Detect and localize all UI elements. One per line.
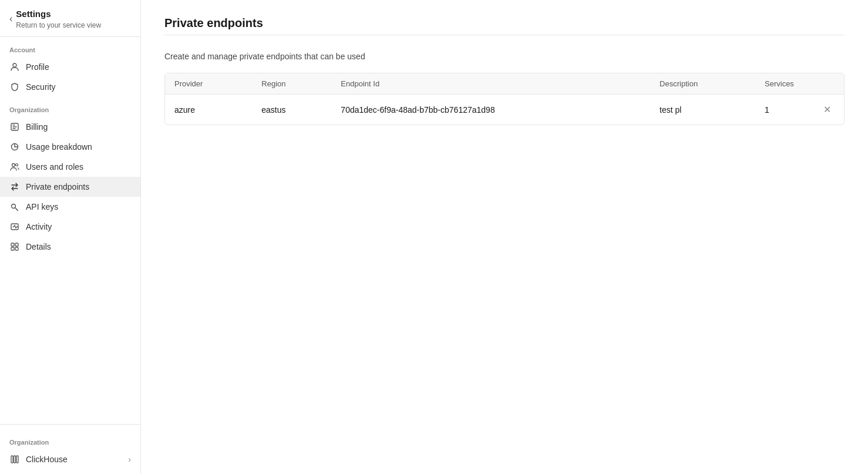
svg-rect-13 — [16, 456, 18, 463]
sidebar-item-api-keys[interactable]: API keys — [0, 197, 140, 217]
svg-point-0 — [13, 63, 16, 67]
profile-label: Profile — [26, 62, 49, 72]
settings-title: Settings — [16, 8, 101, 20]
billing-label: Billing — [26, 122, 48, 132]
sidebar-org-clickhouse[interactable]: ClickHouse › — [0, 449, 140, 469]
people-icon — [9, 162, 20, 172]
col-provider: Provider — [165, 73, 252, 95]
person-icon — [9, 62, 20, 72]
table-header-row: Provider Region Endpoint Id Description … — [165, 73, 844, 95]
private-endpoints-label: Private endpoints — [26, 182, 89, 191]
svg-rect-7 — [11, 243, 14, 246]
sidebar-item-details[interactable]: Details — [0, 237, 140, 257]
table-row: azure eastus 70da1dec-6f9a-48ad-b7bb-cb7… — [165, 95, 844, 125]
cell-provider: azure — [165, 95, 252, 125]
cell-description: test pl — [650, 95, 755, 125]
col-endpoint-id: Endpoint Id — [331, 73, 650, 95]
shield-icon — [9, 82, 20, 92]
sidebar: ‹ Settings Return to your service view A… — [0, 0, 141, 474]
chart-icon — [9, 142, 20, 152]
page-divider — [164, 35, 845, 35]
sidebar-header: ‹ Settings Return to your service view — [0, 0, 140, 37]
sidebar-item-private-endpoints[interactable]: Private endpoints — [0, 177, 140, 197]
svg-rect-11 — [11, 456, 13, 463]
sidebar-item-security[interactable]: Security — [0, 77, 140, 97]
cell-region: eastus — [252, 95, 331, 125]
sidebar-item-activity[interactable]: Activity — [0, 217, 140, 237]
col-services: Services — [755, 73, 844, 95]
account-section-label: Account — [0, 37, 140, 57]
api-keys-label: API keys — [26, 202, 58, 211]
sidebar-nav: Account Profile Security Organization — [0, 37, 140, 425]
return-to-service-label: Return to your service view — [16, 21, 101, 29]
page-title: Private endpoints — [164, 16, 845, 30]
organization-section-label: Organization — [0, 97, 140, 117]
sidebar-item-profile[interactable]: Profile — [0, 57, 140, 77]
delete-endpoint-button[interactable]: ✕ — [820, 103, 835, 116]
users-and-roles-label: Users and roles — [26, 162, 83, 172]
back-arrow-icon: ‹ — [9, 14, 12, 24]
activity-label: Activity — [26, 222, 52, 231]
svg-point-3 — [12, 163, 15, 166]
usage-breakdown-label: Usage breakdown — [26, 142, 92, 152]
svg-rect-12 — [14, 456, 16, 463]
details-icon — [9, 241, 20, 252]
security-label: Security — [26, 82, 56, 92]
endpoints-table-container: Provider Region Endpoint Id Description … — [164, 73, 845, 125]
page-description: Create and manage private endpoints that… — [164, 52, 845, 61]
endpoints-table: Provider Region Endpoint Id Description … — [165, 73, 844, 125]
key-icon — [9, 201, 20, 212]
sidebar-item-users-and-roles[interactable]: Users and roles — [0, 157, 140, 177]
bottom-org-section-label: Organization — [0, 429, 140, 449]
arrows-icon — [9, 181, 20, 192]
sidebar-item-billing[interactable]: Billing — [0, 117, 140, 137]
col-region: Region — [252, 73, 331, 95]
svg-rect-9 — [15, 243, 18, 246]
main-content: Private endpoints Create and manage priv… — [141, 0, 868, 474]
svg-point-4 — [16, 163, 18, 166]
col-description: Description — [650, 73, 755, 95]
cell-endpoint-id: 70da1dec-6f9a-48ad-b7bb-cb76127a1d98 — [331, 95, 650, 125]
settings-back-link[interactable]: ‹ Settings Return to your service view — [9, 8, 131, 29]
details-label: Details — [26, 242, 51, 251]
cell-services: 1 ✕ — [755, 95, 844, 125]
svg-rect-10 — [15, 247, 18, 250]
org-icon — [9, 454, 20, 465]
org-name-label: ClickHouse — [26, 455, 68, 464]
activity-icon — [9, 221, 20, 232]
tag-icon — [9, 122, 20, 132]
sidebar-bottom: Organization ClickHouse › — [0, 424, 140, 474]
svg-rect-8 — [11, 247, 14, 250]
services-count: 1 — [765, 105, 769, 115]
sidebar-item-usage-breakdown[interactable]: Usage breakdown — [0, 137, 140, 157]
chevron-right-icon: › — [128, 455, 131, 464]
